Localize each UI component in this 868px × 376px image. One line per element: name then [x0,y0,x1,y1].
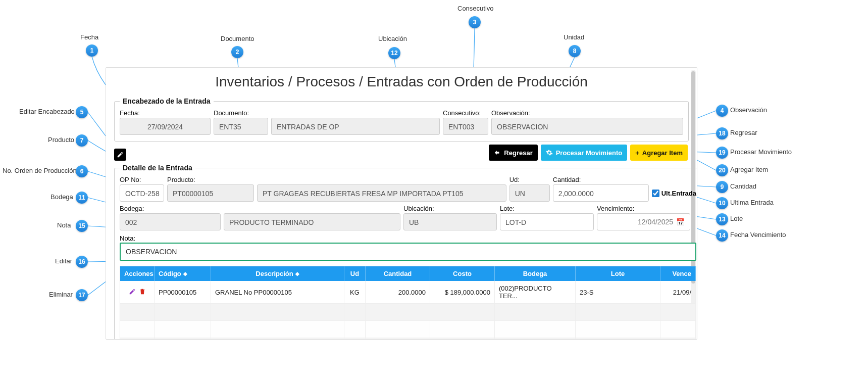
lote-label: Lote: [500,205,594,212]
callout-number-3: 3 [469,16,481,28]
bodega-code-input[interactable]: 002 [120,213,221,230]
cell-bodega: (002)PRODUCTO TER... [495,281,576,304]
observacion-input[interactable]: OBSERVACION [491,118,683,135]
documento-desc-input: ENTRADAS DE OP [271,118,440,135]
callout-label: Fecha [80,33,98,41]
col-costo[interactable]: Costo [430,266,495,281]
callout-number-9: 9 [716,181,728,193]
callout-label: Editar Encabezado [19,108,75,115]
callout-number-11: 11 [76,192,88,204]
producto-code-input[interactable]: PT00000105 [167,184,254,202]
gears-icon [546,149,553,156]
bodega-label: Bodega: [120,205,221,212]
callout-number-1: 1 [86,44,98,57]
col-descripcion[interactable]: Descripción◆ [211,266,344,281]
header-fieldset: Encabezado de la Entrada Fecha: 27/09/20… [114,97,689,142]
edit-header-button[interactable] [114,149,126,161]
callout-number-13: 13 [716,213,728,225]
callout-number-6: 6 [76,165,88,177]
callout-number-16: 16 [76,256,88,268]
callout-label: Regresar [730,129,757,136]
callout-number-5: 5 [76,106,88,118]
cell-ud: KG [344,281,366,304]
table-header: Acciones Código◆ Descripción◆ Ud Cantida… [120,266,696,281]
cell-costo: $ 189,000.0000 [430,281,495,304]
callout-label: Procesar Movimiento [730,148,792,156]
callout-label: Nota [57,221,71,229]
detail-table: Acciones Código◆ Descripción◆ Ud Cantida… [120,266,696,340]
fecha-input[interactable]: 27/09/2024 [120,118,211,135]
col-acciones[interactable]: Acciones [120,266,155,281]
callout-number-7: 7 [76,134,88,147]
op-input[interactable]: OCTD-258 [120,184,164,202]
main-card: Inventarios / Procesos / Entradas con Or… [106,67,697,340]
ubicacion-input[interactable]: UB [403,213,497,230]
documento-label: Documento: [214,109,268,117]
callout-label: Ultima Entrada [730,199,774,206]
header-legend: Encabezado de la Entrada [120,97,214,105]
table-row [120,304,696,321]
ult-entrada-check-input[interactable] [652,190,659,197]
callout-number-14: 14 [716,229,728,242]
detail-fieldset: Detalle de la Entrada OP No: OCTD-258 Pr… [114,164,697,340]
callout-label: Unidad [564,33,584,41]
table-row [120,321,696,338]
lote-input[interactable]: LOT-D [500,213,594,230]
documento-code-input[interactable]: ENT35 [214,118,268,135]
callout-label: Consecutivo [457,5,494,12]
ult-entrada-checkbox[interactable]: Ult.Entrada [652,184,696,202]
col-ud[interactable]: Ud [344,266,366,281]
callout-label: Documento [221,35,254,42]
consecutivo-input[interactable]: ENT003 [443,118,488,135]
delete-row-icon[interactable] [139,288,146,297]
cell-descripcion: GRANEL No PP00000105 [211,281,344,304]
agregar-item-button[interactable]: + Agregar Item [630,145,688,161]
callout-label: Fecha Vencimiento [730,231,786,239]
table-row: PP00000105 GRANEL No PP00000105 KG 200.0… [120,281,696,304]
calendar-icon: 📅 [676,213,685,230]
consecutivo-label: Consecutivo: [443,109,488,117]
callout-label: No. Orden de Producción [3,167,77,174]
cell-vence: 21/09/ [660,281,696,304]
vencimiento-label: Vencimiento: [597,205,690,212]
fecha-label: Fecha: [120,109,211,117]
col-codigo[interactable]: Código◆ [155,266,211,281]
cantidad-input[interactable]: 2,000.0000 [553,184,649,202]
col-cantidad[interactable]: Cantidad [366,266,430,281]
col-lote[interactable]: Lote [576,266,660,281]
callout-label: Cantidad [730,182,756,190]
col-vence[interactable]: Vence [660,266,696,281]
ud-input: UN [509,184,550,202]
callout-label: Observación [730,106,767,114]
plus-icon: + [635,149,639,157]
nota-input[interactable] [120,243,696,261]
back-arrow-icon [494,149,501,156]
pencil-icon [117,151,124,158]
callout-number-20: 20 [716,164,728,176]
ult-entrada-label: Ult.Entrada [661,190,696,197]
cell-cantidad: 200.0000 [366,281,430,304]
observacion-label: Observación: [491,109,683,117]
nota-label: Nota: [120,234,135,242]
vencimiento-input[interactable]: 12/04/2025 📅 [597,213,690,230]
col-bodega[interactable]: Bodega [495,266,576,281]
callout-label: Agregar Item [730,166,768,173]
callout-label: Producto [48,136,74,144]
callout-number-4: 4 [716,105,728,117]
procesar-movimiento-button[interactable]: Procesar Movimiento [541,145,628,161]
regresar-button[interactable]: Regresar [489,145,537,161]
callout-number-12: 12 [388,47,400,59]
callout-number-15: 15 [76,220,88,232]
callout-number-18: 18 [716,127,728,139]
cantidad-label: Cantidad: [553,176,649,183]
cell-codigo: PP00000105 [155,281,211,304]
callout-label: Editar [55,257,72,265]
cell-lote: 23-S [576,281,660,304]
bodega-desc-input: PRODUCTO TERMINADO [224,213,400,230]
sort-icon: ◆ [295,271,299,276]
edit-row-icon[interactable] [129,288,136,297]
table-row [120,338,696,340]
callout-label: Ubicación [378,35,407,42]
callout-label: Bodega [50,193,73,201]
callout-number-10: 10 [716,197,728,209]
